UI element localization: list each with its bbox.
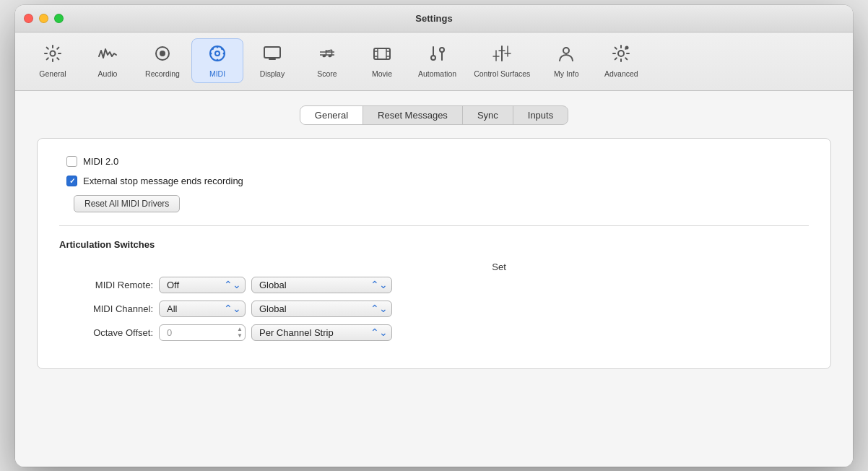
toolbar-label-my-info: My Info [554, 69, 578, 78]
reset-midi-drivers-button[interactable]: Reset All MIDI Drivers [74, 195, 180, 212]
svg-point-6 [217, 59, 219, 61]
toolbar-label-midi: MIDI [209, 69, 225, 78]
articulation-section: Articulation Switches Set MIDI Remote: O… [59, 239, 809, 341]
reset-button-row: Reset All MIDI Drivers [66, 195, 809, 212]
toolbar-label-score: Score [317, 69, 337, 78]
midi-channel-select-container: All ⌃⌄ [159, 301, 246, 317]
titlebar: Settings [15, 5, 853, 33]
score-icon [317, 43, 337, 66]
octave-offset-set-select[interactable]: Per Channel Strip [251, 324, 392, 341]
svg-point-10 [221, 48, 223, 50]
midi-remote-set-select[interactable]: Global [251, 277, 392, 293]
toolbar-label-control-surfaces: Control Surfaces [474, 69, 530, 78]
toolbar-item-score[interactable]: Score [301, 39, 353, 82]
toolbar-item-midi[interactable]: MIDI [191, 38, 243, 83]
content-area: General Reset Messages Sync Inputs MIDI … [15, 91, 853, 467]
midi-channel-set-container: Global ⌃⌄ [251, 301, 392, 317]
gear-icon [43, 43, 63, 66]
tab-inputs[interactable]: Inputs [513, 106, 568, 124]
articulation-title: Articulation Switches [59, 239, 809, 250]
my-info-icon [556, 43, 576, 66]
toolbar-item-recording[interactable]: Recording [136, 39, 188, 82]
svg-point-0 [51, 51, 56, 56]
midi-remote-row: MIDI Remote: Off ⌃⌄ Global ⌃⌄ [59, 277, 809, 293]
octave-offset-stepper-arrows: ▲ ▼ [237, 327, 243, 339]
toolbar-item-movie[interactable]: Movie [356, 39, 408, 82]
midi-icon [207, 43, 227, 66]
toolbar-label-general: General [39, 69, 66, 78]
svg-point-2 [160, 51, 165, 56]
set-column-label: Set [427, 262, 571, 272]
tab-group: General Reset Messages Sync Inputs [300, 105, 568, 125]
midi-channel-row: MIDI Channel: All ⌃⌄ Global ⌃⌄ [59, 301, 809, 317]
external-stop-label: External stop message ends recording [83, 176, 243, 186]
toolbar: General Audio Recording [15, 33, 853, 91]
toolbar-item-my-info[interactable]: My Info [540, 39, 592, 82]
octave-offset-set-container: Per Channel Strip ⌃⌄ [251, 324, 392, 341]
svg-point-4 [215, 51, 220, 56]
octave-offset-input[interactable] [159, 324, 246, 341]
toolbar-label-recording: Recording [145, 69, 180, 78]
tab-sync[interactable]: Sync [463, 106, 513, 124]
svg-point-38 [563, 48, 569, 53]
window-title: Settings [415, 13, 452, 24]
svg-point-9 [212, 48, 214, 50]
toolbar-label-advanced: Advanced [604, 69, 638, 78]
minimize-button[interactable] [39, 14, 48, 23]
main-panel: MIDI 2.0 External stop message ends reco… [37, 138, 831, 369]
tabs-container: General Reset Messages Sync Inputs [37, 105, 831, 125]
octave-offset-stepper-container: ▲ ▼ [159, 324, 246, 341]
movie-icon [372, 43, 392, 66]
maximize-button[interactable] [54, 14, 64, 23]
midi-channel-set-select[interactable]: Global [251, 301, 392, 317]
automation-icon [428, 43, 448, 66]
midi-channel-select[interactable]: All [159, 301, 246, 317]
midi-remote-set-container: Global ⌃⌄ [251, 277, 392, 293]
octave-offset-row: Octave Offset: ▲ ▼ Per Channel Strip ⌃⌄ [59, 324, 809, 341]
midi-remote-label: MIDI Remote: [59, 280, 153, 290]
midi-remote-select-container: Off ⌃⌄ [159, 277, 246, 293]
window-controls [24, 14, 64, 23]
toolbar-item-advanced[interactable]: Advanced [595, 39, 647, 82]
close-button[interactable] [24, 14, 33, 23]
toolbar-label-movie: Movie [372, 69, 392, 78]
svg-rect-21 [374, 48, 390, 59]
midi2-checkbox[interactable] [66, 156, 77, 167]
checkbox-row-midi2: MIDI 2.0 [66, 156, 809, 167]
svg-line-20 [326, 50, 332, 51]
midi-remote-select[interactable]: Off [159, 277, 246, 293]
midi-channel-label: MIDI Channel: [59, 303, 153, 314]
tab-general[interactable]: General [300, 106, 363, 124]
svg-point-5 [217, 46, 219, 48]
toolbar-label-display: Display [260, 69, 285, 78]
checkbox-row-external-stop: External stop message ends recording [66, 176, 809, 186]
svg-point-40 [625, 46, 629, 49]
toolbar-item-automation[interactable]: Automation [411, 39, 464, 82]
toolbar-label-audio: Audio [98, 69, 118, 78]
control-surfaces-icon [492, 43, 512, 66]
svg-point-39 [618, 51, 624, 56]
external-stop-checkbox[interactable] [66, 176, 77, 186]
checkboxes-section: MIDI 2.0 External stop message ends reco… [59, 156, 809, 212]
svg-point-8 [223, 52, 225, 54]
svg-point-7 [210, 52, 212, 54]
toolbar-label-automation: Automation [418, 69, 456, 78]
toolbar-item-control-surfaces[interactable]: Control Surfaces [466, 39, 537, 82]
midi2-label: MIDI 2.0 [83, 156, 118, 167]
stepper-down-icon[interactable]: ▼ [237, 333, 243, 339]
recording-icon [152, 43, 173, 66]
audio-icon [97, 43, 118, 66]
display-icon [262, 43, 282, 66]
advanced-icon [611, 43, 631, 66]
toolbar-item-display[interactable]: Display [246, 39, 298, 82]
settings-window: Settings General Audio [15, 5, 853, 467]
octave-offset-label: Octave Offset: [59, 327, 153, 338]
stepper-up-icon[interactable]: ▲ [237, 327, 243, 332]
toolbar-item-general[interactable]: General [27, 39, 79, 82]
tab-reset-messages[interactable]: Reset Messages [363, 106, 463, 124]
set-label-row: Set [189, 262, 809, 272]
toolbar-item-audio[interactable]: Audio [82, 39, 134, 82]
section-divider [59, 225, 809, 226]
svg-rect-11 [264, 47, 280, 58]
